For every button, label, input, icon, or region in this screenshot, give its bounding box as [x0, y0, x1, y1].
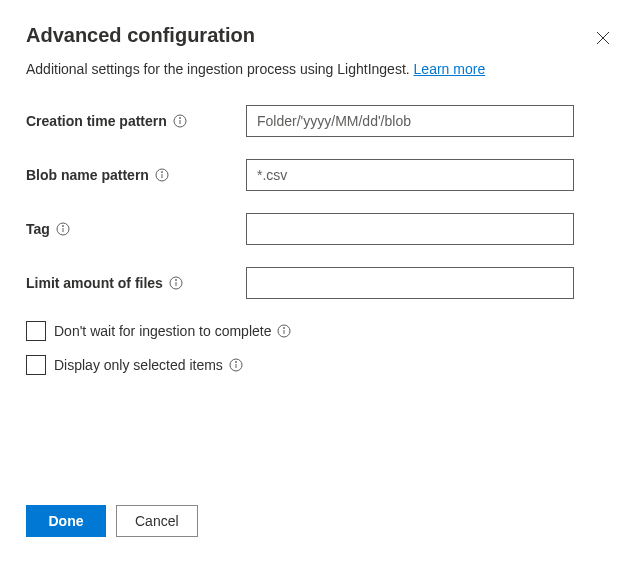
info-icon[interactable]	[169, 276, 183, 290]
panel-subtitle: Additional settings for the ingestion pr…	[26, 61, 611, 77]
blob-name-label: Blob name pattern	[26, 167, 246, 183]
tag-label: Tag	[26, 221, 246, 237]
dont-wait-label: Don't wait for ingestion to complete	[54, 323, 291, 339]
cancel-button[interactable]: Cancel	[116, 505, 198, 537]
info-icon[interactable]	[155, 168, 169, 182]
svg-point-19	[235, 362, 236, 363]
blob-name-label-text: Blob name pattern	[26, 167, 149, 183]
done-button[interactable]: Done	[26, 505, 106, 537]
limit-files-label-text: Limit amount of files	[26, 275, 163, 291]
close-button[interactable]	[595, 30, 611, 46]
creation-time-label-text: Creation time pattern	[26, 113, 167, 129]
dont-wait-label-text: Don't wait for ingestion to complete	[54, 323, 271, 339]
tag-input[interactable]	[246, 213, 574, 245]
limit-files-input[interactable]	[246, 267, 574, 299]
info-icon[interactable]	[173, 114, 187, 128]
tag-label-text: Tag	[26, 221, 50, 237]
creation-time-label: Creation time pattern	[26, 113, 246, 129]
display-selected-label: Display only selected items	[54, 357, 243, 373]
display-selected-checkbox[interactable]	[26, 355, 46, 375]
info-icon[interactable]	[56, 222, 70, 236]
close-icon	[595, 30, 611, 46]
svg-point-13	[175, 280, 176, 281]
subtitle-text: Additional settings for the ingestion pr…	[26, 61, 414, 77]
dont-wait-checkbox[interactable]	[26, 321, 46, 341]
learn-more-link[interactable]: Learn more	[414, 61, 486, 77]
svg-point-7	[161, 172, 162, 173]
info-icon[interactable]	[229, 358, 243, 372]
svg-point-10	[62, 226, 63, 227]
limit-files-label: Limit amount of files	[26, 275, 246, 291]
creation-time-input[interactable]	[246, 105, 574, 137]
display-selected-label-text: Display only selected items	[54, 357, 223, 373]
blob-name-input[interactable]	[246, 159, 574, 191]
info-icon[interactable]	[277, 324, 291, 338]
svg-point-4	[179, 118, 180, 119]
svg-point-16	[284, 328, 285, 329]
panel-title: Advanced configuration	[26, 24, 255, 47]
